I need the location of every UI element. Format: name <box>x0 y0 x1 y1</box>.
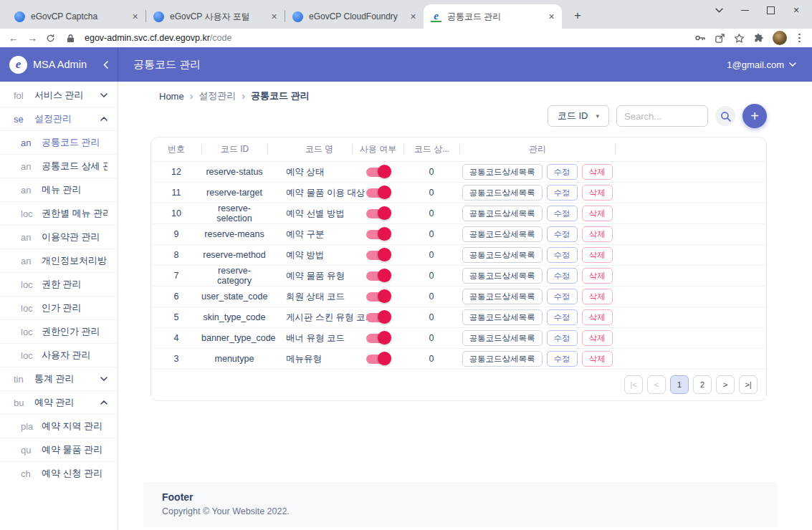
edit-button[interactable]: 수정 <box>547 185 578 201</box>
sidebar-item-authorization-mgmt[interactable]: loc 인가 관리 <box>0 296 118 319</box>
use-toggle[interactable] <box>366 292 389 302</box>
delete-button[interactable]: 삭제 <box>582 351 613 367</box>
detail-list-button[interactable]: 공통코드상세목록 <box>462 309 543 325</box>
sidebar-item-reservation-item[interactable]: qu 예약 물품 관리 <box>0 438 118 461</box>
sidebar-item-auth-authz-mgmt[interactable]: loc 권한인가 관리 <box>0 319 118 343</box>
browser-tab-captcha[interactable]: eGovCP Captcha × <box>7 4 145 29</box>
maximize-icon[interactable] <box>758 1 783 19</box>
pagination-prev-button[interactable]: < <box>647 375 666 394</box>
pagination-page-2[interactable]: 2 <box>693 375 712 394</box>
menu-item-icon: an <box>21 232 35 243</box>
delete-button[interactable]: 삭제 <box>582 226 613 242</box>
browser-tab-cloudfoundry[interactable]: eGovCP CloudFoundry × <box>285 4 424 29</box>
sidebar-item-common-code[interactable]: an 공통코드 관리 <box>0 130 118 154</box>
detail-list-button[interactable]: 공통코드상세목록 <box>462 330 543 346</box>
pagination-page-1[interactable]: 1 <box>670 375 689 394</box>
new-tab-button[interactable]: + <box>568 6 588 26</box>
delete-button[interactable]: 삭제 <box>582 330 613 346</box>
use-toggle[interactable] <box>366 251 389 260</box>
sidebar-item-user-mgmt[interactable]: loc 사용자 관리 <box>0 343 118 367</box>
edit-button[interactable]: 수정 <box>547 330 578 346</box>
address-field[interactable]: egov-admin.svc.cf.dev.egovp.kr/code <box>85 33 231 43</box>
use-toggle[interactable] <box>366 209 389 218</box>
lock-icon[interactable] <box>67 34 75 43</box>
detail-list-button[interactable]: 공통코드상세목록 <box>462 268 543 284</box>
sidebar-item-menu-mgmt[interactable]: an 메뉴 관리 <box>0 178 118 201</box>
sidebar-item-reservation-region[interactable]: pla 예약 지역 관리 <box>0 414 118 438</box>
detail-list-button[interactable]: 공통코드상세목록 <box>462 289 543 304</box>
detail-list-button[interactable]: 공통코드상세목록 <box>462 247 543 263</box>
sidebar-item-settings-mgmt[interactable]: se 설정관리 <box>0 107 118 130</box>
edit-button[interactable]: 수정 <box>547 226 578 242</box>
use-toggle[interactable] <box>366 230 389 239</box>
search-input[interactable] <box>616 105 708 127</box>
share-icon[interactable] <box>715 33 725 44</box>
delete-button[interactable]: 삭제 <box>582 309 613 325</box>
sidebar-item-privacy-policy[interactable]: an 개인정보처리방침 관 <box>0 249 118 272</box>
pagination-last-button[interactable]: >| <box>739 375 758 394</box>
table-row: 9 reserve-means 예약 구분 0 공통코드상세목록 수정 삭제 <box>151 224 766 245</box>
cell-code-name: 예약 물품 이용 대상 <box>267 187 352 199</box>
delete-button[interactable]: 삭제 <box>582 247 613 263</box>
use-toggle[interactable] <box>366 188 389 198</box>
use-toggle[interactable] <box>366 334 389 343</box>
sidebar-item-common-code-detail[interactable]: an 공통코드 상세 관리 <box>0 154 118 178</box>
edit-button[interactable]: 수정 <box>547 206 578 221</box>
search-button[interactable] <box>715 106 735 126</box>
browser-menu-icon[interactable] <box>796 34 803 43</box>
detail-list-button[interactable]: 공통코드상세목록 <box>462 164 543 180</box>
detail-list-button[interactable]: 공통코드상세목록 <box>462 206 543 221</box>
sidebar-item-service-mgmt[interactable]: fol 서비스 관리 <box>0 84 118 107</box>
edit-button[interactable]: 수정 <box>547 351 578 367</box>
use-toggle[interactable] <box>366 355 389 364</box>
sidebar-item-reservation-mgmt[interactable]: bu 예약 관리 <box>0 390 118 414</box>
use-toggle[interactable] <box>366 271 389 281</box>
cell-actions: 공통코드상세목록 수정 삭제 <box>459 268 615 284</box>
add-code-button[interactable]: + <box>742 104 767 128</box>
sidebar-collapse-icon[interactable] <box>103 61 108 69</box>
key-icon[interactable] <box>694 32 706 44</box>
sidebar-item-stats-mgmt[interactable]: tin 통계 관리 <box>0 367 118 390</box>
window-menu-chevron-icon[interactable] <box>706 1 732 19</box>
reload-icon[interactable] <box>46 34 55 43</box>
close-icon[interactable]: × <box>783 1 809 19</box>
browser-tab-common-code-active[interactable]: e 공통코드 관리 × <box>424 4 562 29</box>
delete-button[interactable]: 삭제 <box>582 268 613 284</box>
search-field-dropdown[interactable]: 코드 ID ▾ <box>548 105 609 127</box>
use-toggle[interactable] <box>366 313 389 322</box>
delete-button[interactable]: 삭제 <box>582 185 613 201</box>
sidebar-item-menu-by-role[interactable]: loc 권한별 메뉴 관리 <box>0 201 118 225</box>
user-menu[interactable]: 1@gmail.com <box>727 59 796 70</box>
detail-list-button[interactable]: 공통코드상세목록 <box>462 226 543 242</box>
tab-close-icon[interactable]: × <box>407 11 419 23</box>
sidebar-item-reservation-request[interactable]: ch 예약 신청 관리 <box>0 461 118 485</box>
edit-button[interactable]: 수정 <box>547 268 578 284</box>
edit-button[interactable]: 수정 <box>547 309 578 325</box>
breadcrumb-home[interactable]: Home <box>159 91 184 102</box>
delete-button[interactable]: 삭제 <box>582 289 613 304</box>
profile-avatar[interactable] <box>773 31 787 45</box>
breadcrumb-section[interactable]: 설정관리 <box>199 90 236 102</box>
tab-close-icon[interactable]: × <box>268 11 280 23</box>
minimize-icon[interactable] <box>732 1 758 19</box>
pagination-next-button[interactable]: > <box>716 375 735 394</box>
back-icon[interactable]: ← <box>9 33 19 43</box>
tab-close-icon[interactable]: × <box>129 11 141 23</box>
edit-button[interactable]: 수정 <box>547 289 578 304</box>
use-toggle[interactable] <box>366 168 389 177</box>
extensions-puzzle-icon[interactable] <box>753 33 764 44</box>
browser-tab-user-portal[interactable]: eGovCP 사용자 포털 × <box>146 4 285 29</box>
detail-list-button[interactable]: 공통코드상세목록 <box>462 351 543 367</box>
footer-title: Footer <box>162 491 759 503</box>
sidebar-item-authority-mgmt[interactable]: loc 권한 관리 <box>0 272 118 296</box>
edit-button[interactable]: 수정 <box>547 247 578 263</box>
edit-button[interactable]: 수정 <box>547 164 578 180</box>
tab-close-icon[interactable]: × <box>545 11 558 23</box>
forward-icon[interactable]: → <box>27 33 37 43</box>
detail-list-button[interactable]: 공통코드상세목록 <box>462 185 543 201</box>
delete-button[interactable]: 삭제 <box>582 164 613 180</box>
pagination-first-button[interactable]: |< <box>624 375 643 394</box>
delete-button[interactable]: 삭제 <box>582 206 613 221</box>
bookmark-star-icon[interactable] <box>734 33 745 44</box>
sidebar-item-terms[interactable]: an 이용약관 관리 <box>0 225 118 249</box>
